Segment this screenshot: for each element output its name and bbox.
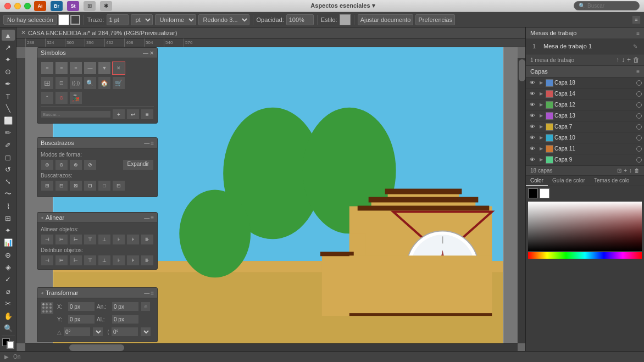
layer-expand-arrow[interactable]: ▶ [538, 80, 545, 86]
eraser-tool[interactable]: ◻ [2, 152, 15, 163]
trazo-input[interactable] [107, 14, 129, 25]
warp-tool[interactable]: 〜 [2, 188, 15, 199]
scrollbar-vertical[interactable] [518, 58, 525, 343]
align-center-v-btn[interactable]: ⊨ [55, 234, 68, 245]
layer-visibility-icon[interactable]: 👁 [528, 112, 537, 120]
stroke-swatch[interactable] [70, 15, 80, 25]
rotate-tool[interactable]: ↺ [2, 164, 15, 175]
symbolsprayer-tool[interactable]: ✦ [2, 225, 15, 236]
layers-move-icon[interactable]: ↕ [629, 168, 632, 174]
gradient-tool[interactable]: ◈ [2, 261, 15, 272]
exclude-btn[interactable]: ⊘ [84, 159, 97, 170]
alinear-options-icon[interactable]: ≡ [151, 215, 154, 221]
transformar-header[interactable]: ◂ Transformar — ≡ [37, 288, 157, 298]
minimize-button[interactable] [14, 3, 21, 9]
sym-cell[interactable]: ≡ [55, 62, 68, 75]
sym-lib-btn[interactable]: ≡ [141, 109, 154, 120]
transformar-options-icon[interactable]: ≡ [151, 290, 154, 296]
shear-input[interactable] [111, 327, 138, 337]
expandir-button[interactable]: Expandir [123, 159, 154, 170]
panels-toggle-icon[interactable]: ≡ [632, 15, 641, 24]
layer-row[interactable]: 👁 ▶ Capa 12 [526, 99, 644, 110]
crop-btn[interactable]: ⊡ [84, 180, 97, 191]
sym-table[interactable]: ⊡ [55, 76, 68, 90]
layout-icon[interactable]: ⊞ [84, 1, 96, 11]
an-input[interactable] [112, 302, 139, 311]
sym-cell[interactable]: — [84, 62, 97, 75]
divide-btn[interactable]: ⊞ [41, 180, 54, 191]
layer-expand-arrow[interactable]: ▶ [538, 146, 545, 152]
layers-make-clip-icon[interactable]: ⊡ [617, 168, 621, 174]
sym-close[interactable]: ✕ [112, 62, 125, 75]
rect-tool[interactable]: ⬜ [2, 115, 15, 126]
zoom-tool[interactable]: 🔍 [2, 322, 15, 333]
layer-target-circle[interactable] [636, 91, 642, 97]
pencil-tool[interactable]: ✐ [2, 140, 15, 151]
scissor-tool[interactable]: ✂ [2, 298, 15, 309]
magic-wand-tool[interactable]: ✦ [2, 54, 15, 65]
estilo-swatch[interactable] [340, 14, 351, 25]
layer-target-circle[interactable] [636, 113, 642, 119]
dist-extra2-btn[interactable]: ⊪ [141, 255, 154, 266]
color-picker-area[interactable] [528, 202, 642, 251]
sym-pin[interactable]: ⊙ [55, 91, 68, 104]
layers-create-icon[interactable]: + [624, 168, 627, 174]
rotate-input[interactable] [63, 327, 91, 337]
width-tool[interactable]: ⌇ [2, 201, 15, 211]
al-input[interactable] [112, 314, 139, 324]
line-tool[interactable]: ╲ [2, 103, 15, 114]
simbolos-panel-header[interactable]: Símbolos — ✕ [37, 48, 157, 58]
layer-visibility-icon[interactable]: 👁 [528, 79, 537, 87]
layer-target-circle[interactable] [636, 135, 642, 141]
capas-options-icon[interactable]: ≡ [636, 69, 640, 75]
dist-left-btn[interactable]: ⊣ [41, 255, 54, 266]
layer-visibility-icon[interactable]: 👁 [528, 133, 537, 142]
selection-tool[interactable]: ▲ [2, 30, 15, 41]
fill-swatch[interactable] [58, 14, 69, 25]
alinear-expand-icon[interactable]: — [144, 215, 149, 221]
mesh-tool[interactable]: ⊕ [2, 249, 15, 260]
y-input[interactable] [68, 314, 95, 324]
direct-selection-tool[interactable]: ↗ [2, 42, 15, 53]
artboard-move-down-icon[interactable]: ↓ [621, 56, 625, 64]
eyedropper-tool[interactable]: ✓ [2, 274, 15, 285]
align-bottom-btn[interactable]: ⊦ [112, 234, 125, 245]
sym-grid[interactable]: ⊞ [41, 76, 54, 90]
layer-visibility-icon[interactable]: 👁 [528, 144, 537, 153]
buscatrazos-expand-icon[interactable]: — [144, 140, 149, 146]
artboard-add-icon[interactable]: + [627, 56, 631, 64]
sym-delete-btn[interactable]: ↩ [126, 109, 140, 120]
trim-btn[interactable]: ⊟ [55, 180, 68, 191]
align-extra-btn[interactable]: ⊧ [126, 234, 140, 245]
close-button[interactable] [4, 3, 11, 9]
layer-target-circle[interactable] [636, 146, 642, 152]
layer-target-circle[interactable] [636, 124, 642, 130]
simbolos-close-icon[interactable]: ✕ [149, 50, 154, 56]
bg-color-swatch[interactable] [540, 188, 549, 198]
unite-btn[interactable]: ⊕ [41, 159, 54, 170]
layer-row[interactable]: 👁 ▶ Capa 18 [526, 77, 644, 88]
layer-target-circle[interactable] [636, 102, 642, 108]
layer-expand-arrow[interactable]: ▶ [538, 102, 545, 108]
symbol-search-field[interactable]: Buscar... [41, 110, 111, 118]
minus-front-btn[interactable]: ⊖ [55, 159, 68, 170]
minusback-btn[interactable]: ⊟ [112, 180, 125, 191]
scrollbar-horizontal[interactable] [25, 343, 518, 351]
reference-point-selector[interactable] [41, 302, 54, 315]
mesas-options-icon[interactable]: ≡ [636, 30, 640, 36]
line-style-select[interactable]: Uniforme [155, 14, 196, 25]
layer-expand-arrow[interactable]: ▶ [538, 124, 545, 130]
blend-tool[interactable]: ⌀ [2, 286, 15, 297]
layer-row[interactable]: 👁 ▶ Capa 9 [526, 154, 644, 165]
vscroll-thumb[interactable] [519, 59, 525, 81]
doc-close-icon[interactable]: ✕ [21, 29, 26, 36]
preferencias-button[interactable]: Preferencias [415, 14, 455, 25]
dist-bottom-btn[interactable]: ⊦ [112, 255, 125, 266]
hand-tool[interactable]: ✋ [2, 310, 15, 321]
sym-search[interactable]: 🔍 [84, 76, 97, 90]
sym-cell[interactable]: ≡ [41, 62, 54, 75]
layers-delete-icon[interactable]: 🗑 [634, 168, 640, 174]
graph-tool[interactable]: 📊 [2, 237, 15, 248]
dist-extra-btn[interactable]: ⊧ [126, 255, 140, 266]
sym-cart[interactable]: 🛒 [112, 76, 125, 90]
